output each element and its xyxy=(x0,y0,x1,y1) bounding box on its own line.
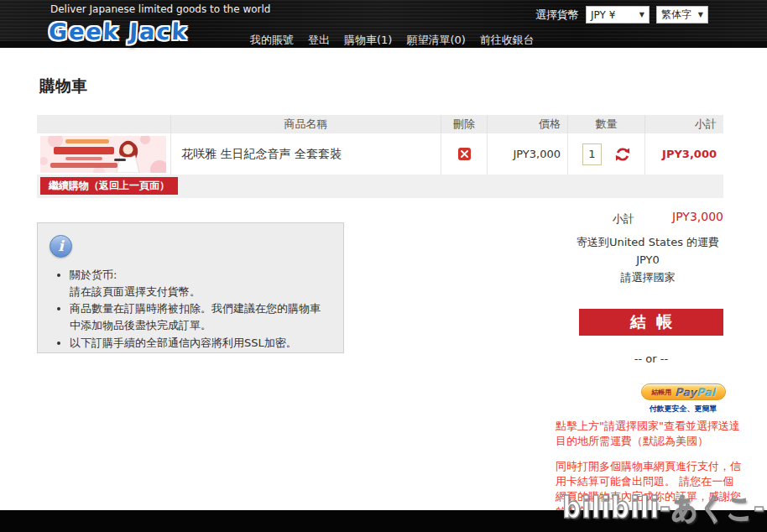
nav-logout[interactable]: 登出 xyxy=(308,33,330,48)
note-select-country: 點擊上方"請選擇國家"查看並選擇送達目的地所需運費（默認為美國） xyxy=(556,419,742,449)
page-title: 購物車 xyxy=(39,76,87,97)
info-list: 關於货币: 請在該頁面選擇支付貨幣。 商品數量在訂購時將被扣除。我們建議在您的購… xyxy=(70,267,330,352)
language-selected-value: 繁体字 xyxy=(661,8,691,22)
refresh-icon[interactable] xyxy=(615,147,630,162)
paypal-logo: PayPal xyxy=(675,386,715,399)
col-subtotal: 小計 xyxy=(644,115,723,133)
currency-area: 選擇貨幣 JPY ¥ ▼ 繁体字 ▼ xyxy=(535,6,708,23)
site-logo[interactable]: Geek Jack xyxy=(48,18,189,44)
nav-checkout[interactable]: 前往收銀台 xyxy=(480,33,535,48)
shipping-block: 寄送到United States 的運費 JPY0 請選擇國家 xyxy=(547,233,749,286)
col-product-name: 商品名稱 xyxy=(170,115,441,133)
chevron-down-icon: ▼ xyxy=(698,11,703,18)
x-icon xyxy=(461,150,468,158)
item-subtotal: JPY3,000 xyxy=(644,133,723,175)
shipping-cost: JPY0 xyxy=(547,251,749,269)
select-country-link[interactable]: 請選擇國家 xyxy=(547,269,749,286)
currency-select[interactable]: JPY ¥ ▼ xyxy=(586,6,650,23)
nav-my-account[interactable]: 我的賬號 xyxy=(250,33,294,48)
language-select[interactable]: 繁体字 ▼ xyxy=(656,6,708,23)
col-delete: 刪除 xyxy=(441,115,487,133)
or-divider: -- or -- xyxy=(579,352,723,365)
col-price: 價格 xyxy=(487,115,567,133)
info-icon: i xyxy=(50,235,72,258)
site-header: Deliver Japanese limited goods to the wo… xyxy=(0,0,767,48)
info-item-currency: 關於货币: 請在該頁面選擇支付貨幣。 xyxy=(70,267,330,300)
qty-cell xyxy=(567,133,644,175)
product-image-cell xyxy=(37,133,170,175)
continue-shopping-button[interactable]: 繼續購物（返回上一頁面） xyxy=(40,177,178,195)
paypal-tagline: 付款更安全、更簡單 xyxy=(624,404,742,415)
currency-selected-value: JPY ¥ xyxy=(591,9,615,21)
watermark-text: bilibili-あくこ- xyxy=(562,488,765,528)
chevron-down-icon: ▼ xyxy=(639,11,644,18)
nav-wishlist[interactable]: 願望清單(0) xyxy=(406,33,465,48)
item-price: JPY3,000 xyxy=(487,133,567,175)
info-item-ssl: 以下訂購手續的全部通信內容將利用SSL加密。 xyxy=(70,335,330,352)
product-name[interactable]: 花咲雅 生日紀念音声 全套套裝 xyxy=(171,147,342,162)
col-qty: 數量 xyxy=(567,115,644,133)
cart-table-footer: 繼續購物（返回上一頁面） xyxy=(37,175,723,198)
main-nav: 我的賬號 登出 購物車(1) 願望清單(0) 前往收銀台 xyxy=(250,33,535,48)
checkout-button[interactable]: 結帳 xyxy=(579,309,723,336)
cart-table-header: 商品名稱 刪除 價格 數量 小計 xyxy=(37,115,723,133)
page: Deliver Japanese limited goods to the wo… xyxy=(0,0,767,532)
currency-select-label: 選擇貨幣 xyxy=(535,8,579,23)
cart-item-row: 花咲雅 生日紀念音声 全套套裝 JPY3,000 xyxy=(37,133,723,175)
paypal-prefix-text: 結帳用 xyxy=(651,388,671,397)
info-item-stock: 商品數量在訂購時將被扣除。我們建議在您的購物車中添加物品後盡快完成訂單。 xyxy=(70,300,330,334)
quantity-input[interactable] xyxy=(582,143,602,165)
paypal-checkout-button[interactable]: 結帳用 PayPal xyxy=(641,383,726,400)
site-tagline: Deliver Japanese limited goods to the wo… xyxy=(50,3,270,15)
nav-cart[interactable]: 購物車(1) xyxy=(344,33,392,48)
delete-item-icon[interactable] xyxy=(458,148,471,160)
shipping-destination: 寄送到United States 的運費 xyxy=(573,233,723,251)
info-box: i 關於货币: 請在該頁面選擇支付貨幣。 商品數量在訂購時將被扣除。我們建議在您… xyxy=(37,222,344,353)
summary-subtotal-value: JPY3,000 xyxy=(556,210,723,223)
product-name-cell: 花咲雅 生日紀念音声 全套套裝 xyxy=(170,133,441,175)
product-thumbnail[interactable] xyxy=(40,136,166,173)
delete-cell xyxy=(441,133,487,175)
cart-table: 商品名稱 刪除 價格 數量 小計 xyxy=(37,115,723,175)
col-image xyxy=(37,115,170,133)
